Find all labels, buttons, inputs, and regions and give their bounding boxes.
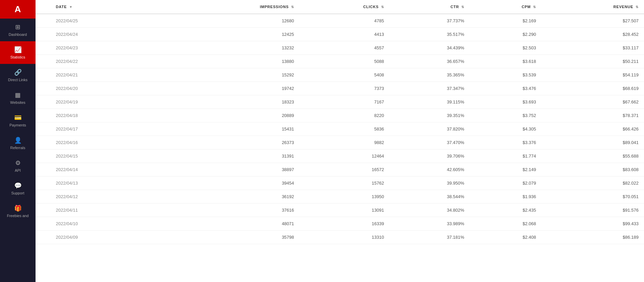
sidebar-item-support[interactable]: 💬 Support [0, 177, 36, 200]
sort-arrow-ctr: ⇅ [461, 5, 464, 9]
cell-clicks: 16339 [299, 217, 390, 231]
sidebar-item-direct-links[interactable]: 🔗 Direct Links [0, 64, 36, 87]
cell-ctr: 34.439% [390, 41, 470, 55]
cell-ctr: 35.365% [390, 68, 470, 82]
table-row: 2022/04/10 48071 16339 33.989% $2.068 $9… [36, 217, 644, 231]
col-header-date[interactable]: DATE ▼ [36, 0, 172, 14]
table-row: 2022/04/14 38897 16572 42.605% $2.149 $8… [36, 163, 644, 177]
cell-clicks: 5088 [299, 55, 390, 68]
sidebar-item-label: Referrals [10, 146, 25, 150]
sidebar-item-api[interactable]: ⚙ API [0, 155, 36, 177]
payments-icon: 💳 [14, 114, 22, 121]
sidebar-item-websites[interactable]: ▦ Websites [0, 87, 36, 109]
cell-date: 2022/04/17 [36, 122, 172, 136]
cell-cpm: $3.539 [470, 68, 541, 82]
sidebar-item-label: Freebies and [7, 214, 28, 218]
table-row: 2022/04/09 35798 13310 37.181% $2.408 $8… [36, 231, 644, 244]
cell-cpm: $2.169 [470, 14, 541, 28]
cell-date: 2022/04/18 [36, 109, 172, 122]
cell-clicks: 4413 [299, 28, 390, 41]
cell-clicks: 13950 [299, 190, 390, 204]
table-row: 2022/04/21 15292 5408 35.365% $3.539 $54… [36, 68, 644, 82]
cell-cpm: $3.476 [470, 82, 541, 95]
table-row: 2022/04/15 31391 12464 39.706% $1.774 $5… [36, 149, 644, 163]
cell-date: 2022/04/24 [36, 28, 172, 41]
table-row: 2022/04/24 12425 4413 35.517% $2.290 $28… [36, 28, 644, 41]
cell-cpm: $2.149 [470, 163, 541, 177]
cell-ctr: 37.470% [390, 136, 470, 149]
table-row: 2022/04/12 36192 13950 38.544% $1.936 $7… [36, 190, 644, 204]
cell-date: 2022/04/22 [36, 55, 172, 68]
cell-impressions: 12425 [172, 28, 299, 41]
table-row: 2022/04/25 12680 4785 37.737% $2.169 $27… [36, 14, 644, 28]
cell-ctr: 42.605% [390, 163, 470, 177]
cell-cpm: $2.079 [470, 177, 541, 190]
cell-clicks: 7373 [299, 82, 390, 95]
sidebar-item-payments[interactable]: 💳 Payments [0, 109, 36, 132]
sidebar-item-freebies[interactable]: 🎁 Freebies and [0, 200, 36, 222]
logo[interactable]: A [0, 0, 36, 19]
statistics-table-wrapper[interactable]: DATE ▼ IMPRESSIONS ⇅ CLICKS ⇅ CTR ⇅ [36, 0, 644, 282]
sidebar: A ⊞ Dashboard 📈 Statistics 🔗 Direct Link… [0, 0, 36, 282]
col-label-cpm: CPM [521, 5, 531, 9]
cell-revenue: $83.608 [541, 163, 644, 177]
cell-revenue: $91.576 [541, 204, 644, 217]
sidebar-item-statistics[interactable]: 📈 Statistics [0, 41, 36, 64]
cell-date: 2022/04/20 [36, 82, 172, 95]
col-label-date: DATE [56, 5, 67, 9]
table-row: 2022/04/23 13232 4557 34.439% $2.503 $33… [36, 41, 644, 55]
table-row: 2022/04/11 37616 13091 34.802% $2.435 $9… [36, 204, 644, 217]
cell-revenue: $50.211 [541, 55, 644, 68]
col-header-cpm[interactable]: CPM ⇅ [470, 0, 541, 14]
sidebar-item-label: Direct Links [8, 78, 27, 82]
cell-ctr: 37.737% [390, 14, 470, 28]
sidebar-item-referrals[interactable]: 👤 Referrals [0, 132, 36, 155]
support-icon: 💬 [14, 182, 22, 189]
col-header-revenue[interactable]: REVENUE ⇅ [541, 0, 644, 14]
cell-clicks: 4557 [299, 41, 390, 55]
table-row: 2022/04/19 18323 7167 39.115% $3.693 $67… [36, 95, 644, 109]
dashboard-icon: ⊞ [15, 23, 20, 31]
cell-revenue: $54.119 [541, 68, 644, 82]
cell-revenue: $55.688 [541, 149, 644, 163]
cell-impressions: 18323 [172, 95, 299, 109]
cell-ctr: 37.820% [390, 122, 470, 136]
freebies-icon: 🎁 [14, 205, 22, 212]
cell-revenue: $28.452 [541, 28, 644, 41]
col-header-ctr[interactable]: CTR ⇅ [390, 0, 470, 14]
cell-revenue: $70.051 [541, 190, 644, 204]
cell-date: 2022/04/09 [36, 231, 172, 244]
cell-clicks: 12464 [299, 149, 390, 163]
sort-arrow-revenue: ⇅ [636, 5, 639, 9]
cell-clicks: 4785 [299, 14, 390, 28]
cell-revenue: $68.619 [541, 82, 644, 95]
table-row: 2022/04/20 19742 7373 37.347% $3.476 $68… [36, 82, 644, 95]
cell-ctr: 39.706% [390, 149, 470, 163]
cell-ctr: 39.950% [390, 177, 470, 190]
cell-cpm: $2.503 [470, 41, 541, 55]
col-header-impressions[interactable]: IMPRESSIONS ⇅ [172, 0, 299, 14]
cell-impressions: 15431 [172, 122, 299, 136]
cell-clicks: 13310 [299, 231, 390, 244]
cell-impressions: 12680 [172, 14, 299, 28]
cell-cpm: $3.752 [470, 109, 541, 122]
cell-clicks: 9882 [299, 136, 390, 149]
cell-impressions: 13232 [172, 41, 299, 55]
sidebar-item-label: Dashboard [9, 32, 27, 37]
main-content: DATE ▼ IMPRESSIONS ⇅ CLICKS ⇅ CTR ⇅ [36, 0, 644, 282]
cell-impressions: 39454 [172, 177, 299, 190]
cell-clicks: 13091 [299, 204, 390, 217]
cell-date: 2022/04/21 [36, 68, 172, 82]
cell-cpm: $2.290 [470, 28, 541, 41]
cell-ctr: 35.517% [390, 28, 470, 41]
cell-impressions: 26373 [172, 136, 299, 149]
table-row: 2022/04/13 39454 15762 39.950% $2.079 $8… [36, 177, 644, 190]
cell-revenue: $89.041 [541, 136, 644, 149]
cell-impressions: 20889 [172, 109, 299, 122]
sidebar-item-label: Websites [10, 100, 25, 104]
cell-impressions: 13880 [172, 55, 299, 68]
cell-date: 2022/04/23 [36, 41, 172, 55]
cell-impressions: 37616 [172, 204, 299, 217]
sidebar-item-dashboard[interactable]: ⊞ Dashboard [0, 19, 36, 41]
col-header-clicks[interactable]: CLICKS ⇅ [299, 0, 390, 14]
